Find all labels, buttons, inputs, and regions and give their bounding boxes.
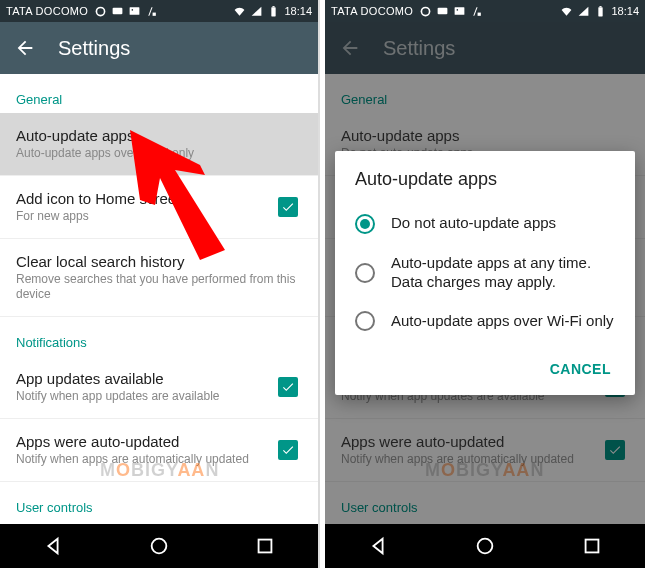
carrier-label: TATA DOCOMO (6, 5, 88, 17)
check-icon (278, 440, 298, 460)
svg-point-1 (97, 8, 104, 15)
wifi-icon (560, 5, 573, 18)
screenshot-settings-list: TATA DOCOMO 18:14 Settings General Auto-… (0, 0, 320, 568)
checkbox[interactable] (274, 373, 302, 401)
item-subtitle: Auto-update apps over Wi-Fi only (16, 146, 302, 161)
check-icon (278, 197, 298, 217)
nav-home-icon[interactable] (474, 535, 496, 557)
section-header-notifications: Notifications (0, 317, 318, 356)
section-header-general: General (0, 74, 318, 113)
radio-icon (355, 214, 375, 234)
android-status-bar: TATA DOCOMO 18:14 (0, 0, 318, 22)
item-add-icon-home[interactable]: Add icon to Home screen For new apps (0, 176, 318, 239)
radio-option-any-time[interactable]: Auto-update apps at any time. Data charg… (335, 244, 635, 302)
whatsapp-icon (419, 5, 432, 18)
message-icon (436, 5, 449, 18)
watermark: MOBIGYAAN (100, 460, 219, 481)
radio-option-wifi-only[interactable]: Auto-update apps over Wi-Fi only (335, 301, 635, 341)
nav-home-icon[interactable] (148, 535, 170, 557)
radio-option-do-not-update[interactable]: Do not auto-update apps (335, 204, 635, 244)
radio-label: Auto-update apps at any time. Data charg… (391, 254, 615, 292)
item-subtitle: For new apps (16, 209, 274, 224)
svg-rect-16 (478, 12, 481, 15)
svg-rect-13 (438, 7, 448, 14)
image-icon (453, 5, 466, 18)
battery-icon (594, 5, 607, 18)
item-title: Auto-update apps (16, 127, 302, 144)
check-icon (278, 377, 298, 397)
nav-recent-icon[interactable] (254, 535, 276, 557)
dialog-scrim[interactable]: Auto-update apps Do not auto-update apps… (325, 22, 645, 524)
svg-rect-14 (455, 7, 465, 15)
svg-point-19 (478, 539, 493, 554)
svg-point-12 (422, 8, 429, 15)
svg-point-8 (152, 539, 167, 554)
item-subtitle: Notify when app updates are available (16, 389, 274, 404)
svg-rect-9 (259, 540, 272, 553)
svg-rect-2 (113, 7, 123, 14)
svg-rect-7 (273, 6, 275, 7)
whatsapp-icon (94, 5, 107, 18)
nav-back-icon[interactable] (42, 535, 64, 557)
svg-rect-17 (599, 7, 603, 16)
wifi-icon (233, 5, 246, 18)
svg-point-4 (132, 9, 134, 11)
radio-label: Do not auto-update apps (391, 214, 556, 233)
signal-icon (250, 5, 263, 18)
message-icon (111, 5, 124, 18)
dialog-title: Auto-update apps (335, 151, 635, 200)
android-status-bar: TATA DOCOMO 18:14 (325, 0, 645, 22)
dialog-options: Do not auto-update apps Auto-update apps… (335, 200, 635, 346)
radio-icon (355, 263, 375, 283)
item-clear-search-history[interactable]: Clear local search history Remove search… (0, 239, 318, 317)
svg-rect-6 (272, 7, 276, 16)
settings-list: General Auto-update apps Auto-update app… (0, 74, 318, 524)
item-subtitle: Remove searches that you have performed … (16, 272, 302, 302)
item-title: Apps were auto-updated (16, 433, 274, 450)
android-nav-bar (325, 524, 645, 568)
carrier-label: TATA DOCOMO (331, 5, 413, 17)
radio-label: Auto-update apps over Wi-Fi only (391, 312, 614, 331)
signal-icon (577, 5, 590, 18)
svg-point-15 (457, 9, 459, 11)
image-icon (128, 5, 141, 18)
item-title: Clear local search history (16, 253, 302, 270)
app-bar-title: Settings (58, 37, 130, 60)
auto-update-dialog: Auto-update apps Do not auto-update apps… (335, 151, 635, 396)
cancel-button[interactable]: CANCEL (540, 355, 621, 383)
svg-rect-18 (600, 6, 602, 7)
checkbox[interactable] (274, 436, 302, 464)
radio-icon (355, 311, 375, 331)
svg-rect-3 (130, 7, 140, 15)
status-clock: 18:14 (284, 5, 312, 17)
section-header-user-controls: User controls (0, 482, 318, 521)
item-title: App updates available (16, 370, 274, 387)
screenshot-auto-update-dialog: TATA DOCOMO 18:14 Settings General Auto-… (325, 0, 645, 568)
status-clock: 18:14 (611, 5, 639, 17)
checkbox[interactable] (274, 193, 302, 221)
item-auto-update-apps[interactable]: Auto-update apps Auto-update apps over W… (0, 113, 318, 176)
app-icon (145, 5, 158, 18)
svg-rect-20 (585, 540, 598, 553)
battery-icon (267, 5, 280, 18)
item-app-updates-available[interactable]: App updates available Notify when app up… (0, 356, 318, 419)
nav-back-icon[interactable] (367, 535, 389, 557)
android-nav-bar (0, 524, 318, 568)
item-title: Add icon to Home screen (16, 190, 274, 207)
nav-recent-icon[interactable] (581, 535, 603, 557)
app-icon (470, 5, 483, 18)
svg-rect-5 (153, 12, 156, 15)
app-bar: Settings (0, 22, 318, 74)
back-arrow-icon[interactable] (14, 37, 36, 59)
